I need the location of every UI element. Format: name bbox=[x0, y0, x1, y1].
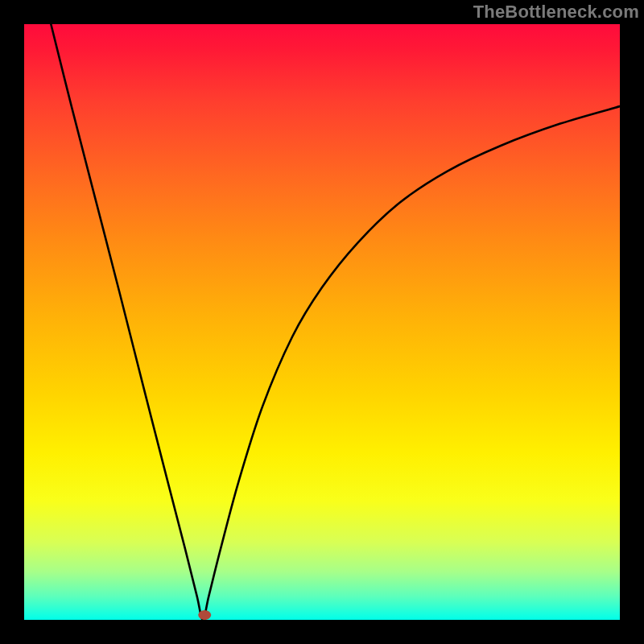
optimum-marker bbox=[198, 610, 211, 620]
bottleneck-curve bbox=[51, 24, 620, 620]
plot-area bbox=[24, 24, 620, 620]
chart-frame: TheBottleneck.com bbox=[0, 0, 644, 644]
curve-svg bbox=[24, 24, 620, 620]
attribution-text: TheBottleneck.com bbox=[473, 2, 639, 23]
